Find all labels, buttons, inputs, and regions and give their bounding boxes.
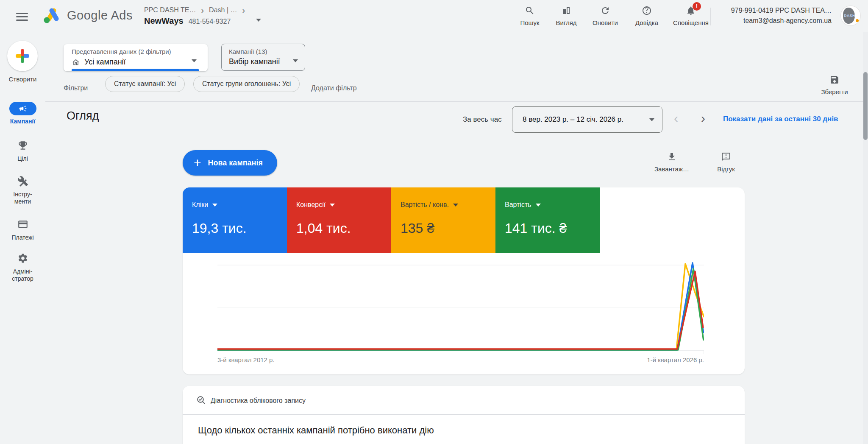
filter-chip-adgroup-status[interactable]: Статус групи оголошень: Усі — [193, 76, 300, 92]
metric-value: 135 ₴ — [401, 221, 434, 236]
tools-icon — [17, 176, 28, 187]
chevron-down-icon — [649, 118, 654, 121]
feedback-button[interactable]: Відгук — [706, 152, 746, 173]
campaigns-pill — [9, 102, 36, 115]
next-period-button[interactable]: › — [696, 111, 710, 126]
avatar-dot — [856, 19, 859, 22]
download-button[interactable]: Завантаж… — [651, 152, 692, 173]
account-switcher[interactable]: NewWays 481-554-9327 — [144, 16, 231, 26]
google-ads-logo-icon — [42, 7, 62, 25]
view-label: Вигляд — [546, 19, 587, 26]
sidebar-item-tools[interactable]: Інстру- менти — [0, 176, 45, 205]
scrollbar-track[interactable] — [863, 32, 868, 444]
create-button[interactable] — [7, 41, 38, 71]
new-campaign-button[interactable]: + Нова кампанія — [183, 150, 277, 176]
data-view-label: Представлення даних (2 фільтри) — [72, 48, 171, 55]
feedback-icon — [721, 152, 731, 162]
divider — [710, 8, 711, 25]
chevron-down-icon[interactable] — [256, 19, 261, 22]
divider — [183, 414, 745, 415]
top-bar: Google Ads PPC DASH TE… › Dash | … › New… — [0, 0, 868, 32]
metric-label: Вартість — [505, 201, 531, 209]
page-title: Огляд — [67, 109, 99, 123]
metric-value: 19,3 тис. — [192, 221, 247, 236]
megaphone-icon — [19, 104, 27, 113]
account-id: 481-554-9327 — [189, 18, 231, 25]
metric-tab-cost[interactable]: Вартість 141 тис. ₴ — [495, 187, 600, 253]
sidebar-label-campaigns: Кампанії — [0, 118, 45, 125]
account-diagnostics-card: Діагностика облікового запису Щодо кільк… — [183, 386, 745, 444]
sidebar-label-admin: Адміні- стратор — [0, 268, 45, 282]
x-axis-end-label: 1-й квартал 2026 р. — [619, 356, 704, 363]
home-icon — [72, 58, 80, 67]
breadcrumb-item[interactable]: PPC DASH TE… — [144, 6, 196, 14]
chevron-down-icon — [330, 204, 335, 207]
help-button[interactable]: Довідка — [626, 6, 667, 26]
filter-chip-campaign-status[interactable]: Статус кампанії: Усі — [105, 76, 185, 92]
show-last-30-days-link[interactable]: Показати дані за останні 30 днів — [723, 115, 838, 123]
diagnostics-icon — [196, 395, 206, 405]
metric-value: 141 тис. ₴ — [505, 221, 567, 236]
metric-tab-clicks[interactable]: Кліки 19,3 тис. — [183, 187, 287, 253]
chart-series-Кліки — [217, 263, 704, 350]
sidebar-label-tools: Інстру- менти — [0, 191, 45, 205]
chart-series-Вартість / конв. — [217, 264, 704, 350]
credit-card-icon — [17, 219, 28, 230]
metric-tab-conversions[interactable]: Конверсії 1,04 тис. — [287, 187, 391, 253]
performance-chart-card: Кліки 19,3 тис. Конверсії 1,04 тис. Варт… — [183, 187, 745, 374]
scrollbar-thumb[interactable] — [863, 72, 868, 140]
date-range-picker[interactable]: 8 вер. 2023 р. – 12 січ. 2026 р. — [512, 106, 662, 133]
download-icon — [667, 152, 677, 162]
refresh-button[interactable]: Оновити — [585, 6, 626, 26]
current-account-info[interactable]: 979-991-0419 PPC DASH TEA… team3@dash-ag… — [731, 6, 832, 26]
notification-badge: ! — [693, 2, 701, 11]
product-name: Google Ads — [67, 8, 133, 22]
sidebar-item-campaigns[interactable]: Кампанії — [0, 102, 45, 125]
sidebar-label-goals: Цілі — [0, 155, 45, 162]
chart-series-Вартість — [217, 269, 704, 350]
metric-value: 1,04 тис. — [296, 221, 351, 236]
save-icon — [829, 75, 840, 85]
diagnostics-title: Діагностика облікового запису — [211, 397, 306, 405]
sidebar-item-billing[interactable]: Платежі — [0, 219, 45, 241]
google-ads-app: Google Ads PPC DASH TE… › Dash | … › New… — [0, 0, 868, 444]
search-button[interactable]: Пошук — [509, 6, 550, 26]
search-label: Пошук — [509, 19, 550, 26]
avatar[interactable]: DASH — [841, 6, 860, 25]
columns-chart-icon — [561, 6, 571, 16]
view-button[interactable]: Вигляд — [546, 6, 587, 26]
notifications-button[interactable]: ! Сповіщення — [670, 6, 711, 26]
sidebar-item-admin[interactable]: Адміні- стратор — [0, 253, 45, 282]
plus-icon: + — [194, 157, 201, 169]
avatar-text: DASH — [844, 14, 855, 18]
previous-period-button[interactable]: ‹ — [669, 111, 683, 126]
add-filter-button[interactable]: Додати фільтр — [311, 80, 357, 96]
campaign-selector[interactable]: Кампанії (13) Вибір кампанії — [221, 44, 305, 71]
save-button[interactable]: Зберегти — [814, 75, 855, 95]
new-campaign-label: Нова кампанія — [208, 159, 263, 168]
account-number: 979-991-0419 PPC DASH TEA… — [731, 6, 832, 16]
account-email: team3@dash-agency.com.ua — [731, 16, 832, 26]
data-view-selector[interactable]: Представлення даних (2 фільтри) Усі камп… — [64, 44, 208, 71]
chevron-down-icon — [536, 204, 541, 207]
refresh-label: Оновити — [585, 19, 626, 26]
breadcrumb: PPC DASH TE… › Dash | … › — [144, 6, 245, 14]
account-name: NewWays — [144, 16, 184, 26]
data-view-value: Усі кампанії — [84, 58, 126, 67]
breadcrumb-item[interactable]: Dash | … — [209, 6, 237, 14]
plus-icon — [16, 49, 29, 63]
menu-icon[interactable] — [16, 11, 28, 21]
chevron-down-icon — [453, 204, 458, 207]
chevron-down-icon — [293, 59, 298, 62]
search-icon — [525, 6, 535, 16]
date-range-value: 8 вер. 2023 р. – 12 січ. 2026 р. — [523, 115, 623, 124]
help-label: Довідка — [626, 19, 667, 26]
gear-icon — [17, 253, 28, 264]
refresh-icon — [600, 6, 610, 16]
sidebar-item-goals[interactable]: Цілі — [0, 140, 45, 162]
notifications-label: Сповіщення — [670, 19, 711, 26]
metric-tab-cost-per-conv[interactable]: Вартість / конв. 135 ₴ — [391, 187, 495, 253]
performance-line-chart[interactable] — [217, 252, 704, 356]
create-label: Створити — [0, 75, 45, 83]
chevron-right-icon: › — [201, 7, 204, 14]
